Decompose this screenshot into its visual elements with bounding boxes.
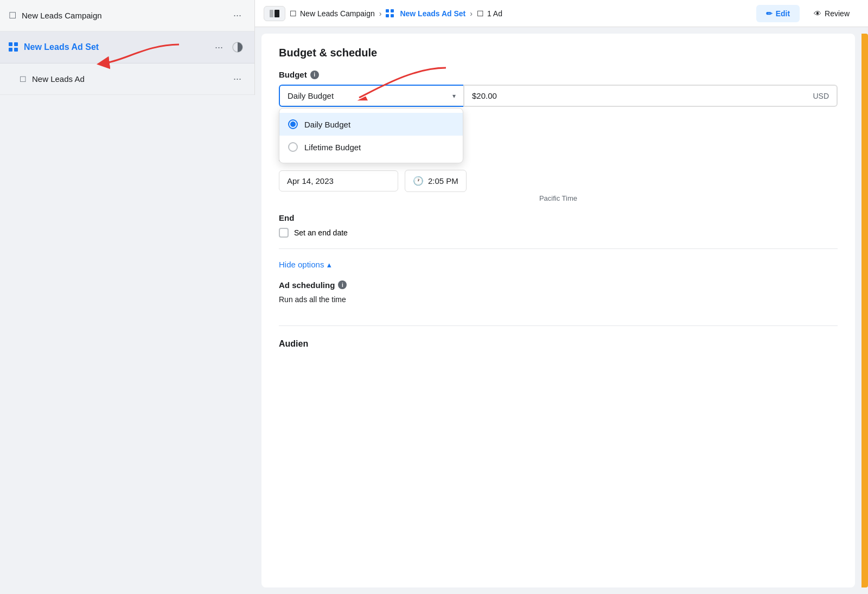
ad-set-toggle-button[interactable]: [229, 39, 246, 55]
audience-section-hint: Audien: [279, 325, 838, 349]
campaign-label: New Leads Campaign: [22, 11, 229, 20]
sidebar-item-ad[interactable]: ☐ New Leads Ad ···: [0, 63, 254, 95]
ad-scheduling-label: Ad scheduling i: [279, 280, 838, 290]
section-divider: [279, 248, 838, 249]
breadcrumb-campaign-folder-icon: ☐: [290, 9, 297, 18]
breadcrumb-sep-1: ›: [379, 9, 382, 18]
ad-scheduling-section: Ad scheduling i Run ads all the time: [279, 280, 838, 304]
right-strip: [861, 34, 868, 587]
breadcrumb-ad-folder-icon: ☐: [477, 9, 484, 18]
svg-rect-2: [270, 10, 273, 17]
breadcrumb-sep-2: ›: [470, 9, 473, 18]
end-section: End Set an end date: [279, 213, 838, 238]
end-label: End: [279, 213, 838, 222]
ad-label: New Leads Ad: [32, 74, 229, 84]
hide-options-button[interactable]: Hide options ▴: [279, 260, 838, 270]
hide-options-label: Hide options: [279, 260, 324, 269]
section-title: Budget & schedule: [279, 47, 838, 59]
ad-folder-icon: ☐: [20, 75, 27, 84]
budget-dropdown-menu: Daily Budget Lifetime Budget: [279, 108, 463, 163]
ad-set-more-button[interactable]: ···: [210, 40, 227, 55]
budget-select-value: Daily Budget: [288, 91, 334, 100]
radio-lifetime-icon: [288, 142, 298, 152]
budget-amount-value: $20.00: [472, 91, 813, 100]
start-date-row: 🕐 2:05 PM: [279, 170, 838, 192]
budget-amount-field[interactable]: $20.00 USD: [463, 85, 838, 107]
budget-label: Budget i: [279, 70, 838, 79]
content-area: Budget & schedule Budget i Daily Budget …: [255, 27, 868, 594]
timezone-label: Pacific Time: [279, 194, 838, 202]
date-field[interactable]: [279, 170, 398, 191]
breadcrumb-campaign-label: New Leads Campaign: [300, 9, 375, 18]
breadcrumb-actions: ✏ Edit 👁 Review: [756, 5, 859, 22]
content-panel: Budget & schedule Budget i Daily Budget …: [261, 34, 855, 587]
ad-set-grid-icon: [9, 42, 18, 52]
end-date-row: Set an end date: [279, 228, 838, 238]
review-button[interactable]: 👁 Review: [804, 5, 859, 22]
ad-set-label: New Leads Ad Set: [24, 42, 210, 52]
end-date-label: Set an end date: [294, 228, 348, 237]
breadcrumb-ad-label: 1 Ad: [487, 9, 502, 18]
breadcrumb-campaign[interactable]: ☐ New Leads Campaign: [290, 9, 375, 18]
time-input[interactable]: 🕐 2:05 PM: [405, 170, 467, 192]
time-value: 2:05 PM: [428, 176, 458, 186]
budget-section: Budget i Daily Budget ▾ $20.00 USD: [279, 70, 838, 123]
budget-currency: USD: [813, 92, 829, 100]
breadcrumb-bar: ☐ New Leads Campaign › New Leads Ad Set …: [255, 0, 868, 27]
budget-info-icon[interactable]: i: [310, 71, 319, 79]
clock-icon: 🕐: [413, 176, 424, 186]
pencil-icon: ✏: [766, 9, 773, 18]
panel-toggle-icon: [270, 10, 279, 17]
audience-hint-label: Audien: [279, 339, 838, 349]
budget-row: Daily Budget ▾ $20.00 USD Daily Budget: [279, 85, 838, 107]
radio-daily-icon: [288, 119, 298, 129]
ad-scheduling-info-icon[interactable]: i: [338, 280, 347, 289]
svg-rect-3: [275, 10, 279, 17]
breadcrumb-ad-set[interactable]: New Leads Ad Set: [386, 9, 465, 18]
eye-icon: 👁: [814, 9, 821, 18]
ad-scheduling-value: Run ads all the time: [279, 295, 838, 304]
panel-toggle-button[interactable]: [264, 6, 285, 21]
budget-select-dropdown[interactable]: Daily Budget ▾: [279, 85, 463, 107]
breadcrumb-ad-set-icon: [386, 9, 394, 18]
ad-more-button[interactable]: ···: [229, 71, 246, 87]
main-content: ☐ New Leads Campaign › New Leads Ad Set …: [255, 0, 868, 594]
dropdown-daily-label: Daily Budget: [304, 120, 350, 129]
dropdown-item-daily[interactable]: Daily Budget: [279, 113, 463, 136]
sidebar-item-campaign[interactable]: ☐ New Leads Campaign ···: [0, 0, 254, 31]
breadcrumb-ad-set-label: New Leads Ad Set: [400, 9, 465, 18]
breadcrumb-ad[interactable]: ☐ 1 Ad: [477, 9, 502, 18]
campaign-more-button[interactable]: ···: [229, 8, 246, 23]
dropdown-lifetime-label: Lifetime Budget: [304, 143, 361, 152]
dropdown-item-lifetime[interactable]: Lifetime Budget: [279, 136, 463, 158]
chevron-down-icon: ▾: [452, 92, 456, 100]
edit-button[interactable]: ✏ Edit: [756, 5, 800, 22]
campaign-folder-icon: ☐: [9, 10, 16, 21]
sidebar-item-ad-set[interactable]: New Leads Ad Set ···: [0, 31, 254, 63]
start-date-input[interactable]: [279, 170, 398, 191]
end-date-checkbox[interactable]: [279, 228, 289, 238]
chevron-up-icon: ▴: [327, 260, 331, 270]
half-circle-icon: [232, 41, 244, 53]
